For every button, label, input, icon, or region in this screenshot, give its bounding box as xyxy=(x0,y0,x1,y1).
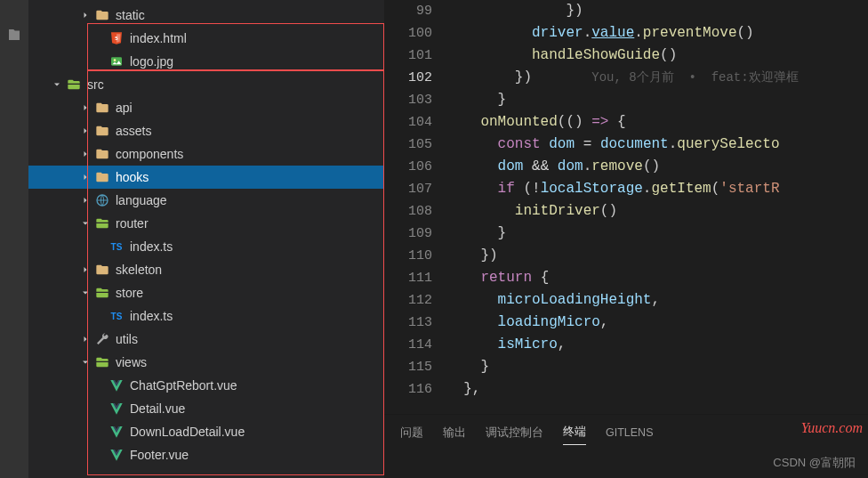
tree-item-label: store xyxy=(116,286,143,300)
tree-item-footer-vue[interactable]: Footer.vue xyxy=(28,443,384,466)
tree-item-views[interactable]: views xyxy=(28,351,384,374)
panel-tabs[interactable]: 问题输出调试控制台终端GITLENS xyxy=(400,420,852,445)
tree-item-index-ts[interactable]: TSindex.ts xyxy=(28,304,384,328)
tree-item-label: assets xyxy=(116,124,151,138)
line-number: 104 xyxy=(384,111,432,134)
code-line[interactable]: } xyxy=(446,223,868,245)
tree-item-label: index.ts xyxy=(130,309,173,323)
code-line[interactable]: } xyxy=(446,89,868,111)
tree-item-index-ts[interactable]: TSindex.ts xyxy=(28,235,384,258)
tree-item-index-html[interactable]: 5index.html xyxy=(28,27,384,50)
editor-body: 9910010110210310410510610710810911011111… xyxy=(384,0,868,414)
code-line[interactable]: dom && dom.remove() xyxy=(446,156,868,178)
code-area[interactable]: }) driver.value.preventMove() handleShow… xyxy=(446,0,868,414)
files-icon[interactable] xyxy=(6,27,22,43)
watermark-site: Yuucn.com xyxy=(801,420,863,436)
tree-item-label: views xyxy=(116,355,147,369)
line-number: 110 xyxy=(384,245,432,267)
tree-item-label: index.html xyxy=(130,31,187,45)
code-line[interactable]: } xyxy=(446,356,868,378)
editor-pane: 9910010110210310410510610710810911011111… xyxy=(384,0,868,478)
svg-point-2 xyxy=(114,59,117,61)
tree-item-downloaddetail-vue[interactable]: DownLoadDetail.vue xyxy=(28,420,384,443)
tree-item-label: Footer.vue xyxy=(130,448,189,462)
line-number-gutter: 9910010110210310410510610710810911011111… xyxy=(384,0,446,414)
file-tree[interactable]: static5index.htmllogo.jpgsrcapiassetscom… xyxy=(28,0,384,466)
tree-item-language[interactable]: language xyxy=(28,189,384,212)
line-number: 102 xyxy=(384,67,432,89)
panel-tab-4[interactable]: GITLENS xyxy=(606,420,654,445)
tree-item-skeleton[interactable]: skeleton xyxy=(28,258,384,281)
tree-item-label: components xyxy=(116,147,183,161)
line-number: 99 xyxy=(384,0,432,22)
code-line[interactable]: }) xyxy=(446,245,868,267)
line-number: 111 xyxy=(384,267,432,289)
tree-item-label: skeleton xyxy=(116,263,162,277)
tree-item-label: src xyxy=(87,77,104,92)
tree-item-src[interactable]: src xyxy=(28,73,384,96)
tree-item-label: api xyxy=(116,101,133,115)
line-number: 101 xyxy=(384,45,432,67)
tree-item-components[interactable]: components xyxy=(28,142,384,166)
tree-item-static[interactable]: static xyxy=(28,4,384,27)
line-number: 112 xyxy=(384,289,432,312)
code-line[interactable]: initDriver() xyxy=(446,200,868,223)
tree-item-label: ChatGptRebort.vue xyxy=(130,378,237,393)
tree-item-label: Detail.vue xyxy=(130,401,185,416)
code-line[interactable]: handleShowGuide() xyxy=(446,45,868,67)
line-number: 108 xyxy=(384,200,432,223)
bottom-panel: 问题输出调试控制台终端GITLENS Yuucn.com CSDN @富朝阳 xyxy=(384,414,868,478)
tree-item-label: language xyxy=(116,193,167,207)
tree-item-logo-jpg[interactable]: logo.jpg xyxy=(28,50,384,73)
line-number: 103 xyxy=(384,89,432,111)
code-line[interactable]: }) You, 8个月前 • feat:欢迎弹框 xyxy=(446,67,868,89)
tree-item-label: router xyxy=(116,216,149,231)
tree-item-hooks[interactable]: hooks xyxy=(28,166,384,189)
code-line[interactable]: isMicro, xyxy=(446,334,868,356)
code-line[interactable]: microLoadingHeight, xyxy=(446,289,868,312)
tree-item-label: utils xyxy=(116,332,138,346)
line-number: 116 xyxy=(384,378,432,401)
line-number: 105 xyxy=(384,134,432,156)
code-line[interactable]: return { xyxy=(446,267,868,289)
line-number: 107 xyxy=(384,178,432,200)
tree-item-label: logo.jpg xyxy=(130,54,173,69)
tree-item-utils[interactable]: utils xyxy=(28,328,384,351)
line-number: 106 xyxy=(384,156,432,178)
explorer-sidebar: static5index.htmllogo.jpgsrcapiassetscom… xyxy=(28,0,384,478)
panel-tab-1[interactable]: 输出 xyxy=(443,420,466,445)
tree-item-chatgptrebort-vue[interactable]: ChatGptRebort.vue xyxy=(28,374,384,397)
line-number: 114 xyxy=(384,334,432,356)
tree-item-router[interactable]: router xyxy=(28,212,384,235)
activity-bar xyxy=(0,0,28,478)
tree-item-api[interactable]: api xyxy=(28,96,384,119)
tree-item-detail-vue[interactable]: Detail.vue xyxy=(28,397,384,420)
tree-item-label: index.ts xyxy=(130,239,173,254)
line-number: 100 xyxy=(384,22,432,45)
code-line[interactable]: loadingMicro, xyxy=(446,312,868,334)
code-line[interactable]: }, xyxy=(446,378,868,401)
line-number: 115 xyxy=(384,356,432,378)
watermark-csdn: CSDN @富朝阳 xyxy=(773,455,856,471)
panel-tab-2[interactable]: 调试控制台 xyxy=(486,420,543,445)
tree-item-assets[interactable]: assets xyxy=(28,119,384,142)
panel-tab-0[interactable]: 问题 xyxy=(400,420,423,445)
tree-item-store[interactable]: store xyxy=(28,281,384,304)
line-number: 109 xyxy=(384,223,432,245)
code-line[interactable]: onMounted(() => { xyxy=(446,111,868,134)
line-number: 113 xyxy=(384,312,432,334)
tree-item-label: DownLoadDetail.vue xyxy=(130,425,245,439)
tree-item-label: static xyxy=(116,8,145,22)
code-line[interactable]: }) xyxy=(446,0,868,22)
tree-item-label: hooks xyxy=(116,170,149,184)
panel-tab-3[interactable]: 终端 xyxy=(563,420,586,445)
code-line[interactable]: const dom = document.querySelecto xyxy=(446,134,868,156)
code-line[interactable]: if (!localStorage.getItem('startR xyxy=(446,178,868,200)
code-line[interactable]: driver.value.preventMove() xyxy=(446,22,868,45)
